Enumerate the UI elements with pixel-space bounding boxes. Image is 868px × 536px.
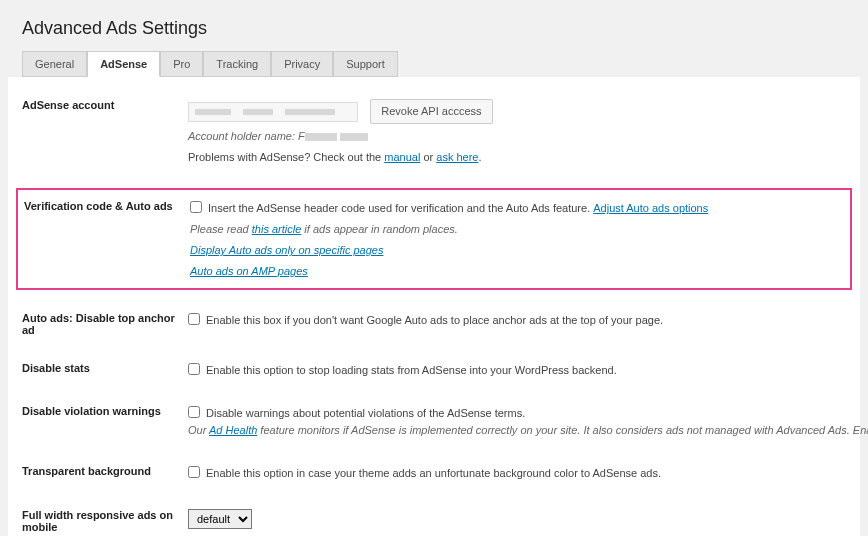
this-article-link[interactable]: this article (252, 223, 302, 235)
row-verification-auto-ads: Verification code & Auto ads Insert the … (16, 188, 852, 290)
verification-text: Insert the AdSense header code used for … (208, 200, 590, 217)
label-full-width: Full width responsive ads on mobile (22, 509, 188, 533)
tab-general[interactable]: General (22, 51, 87, 77)
tab-tracking[interactable]: Tracking (203, 51, 271, 77)
label-verification: Verification code & Auto ads (24, 200, 190, 212)
display-specific-pages-link[interactable]: Display Auto ads only on specific pages (190, 244, 383, 256)
adsense-account-id-redacted (188, 102, 358, 122)
ad-health-link[interactable]: Ad Health (209, 424, 257, 436)
account-holder-line: Account holder name: F (188, 128, 846, 145)
label-disable-violation: Disable violation warnings (22, 405, 188, 417)
label-disable-stats: Disable stats (22, 362, 188, 374)
full-width-note: Whether your responsive ad unit may expa… (188, 533, 846, 536)
settings-content: AdSense account Revoke API acccess Accou… (8, 77, 860, 536)
disable-stats-checkbox[interactable] (188, 363, 200, 375)
tab-pro[interactable]: Pro (160, 51, 203, 77)
redact-2 (340, 133, 368, 141)
violation-note-suffix: feature monitors if AdSense is implement… (257, 424, 868, 436)
transparent-bg-checkbox[interactable] (188, 466, 200, 478)
disable-stats-text: Enable this option to stop loading stats… (206, 362, 617, 379)
problems-prefix: Problems with AdSense? Check out the (188, 151, 384, 163)
row-full-width: Full width responsive ads on mobile defa… (8, 505, 860, 536)
period-text: . (478, 151, 481, 163)
redact-1 (305, 133, 337, 141)
disable-violation-checkbox[interactable] (188, 406, 200, 418)
disable-anchor-text: Enable this box if you don't want Google… (206, 312, 663, 329)
verification-note: Please read this article if ads appear i… (190, 221, 844, 238)
adjust-auto-ads-link[interactable]: Adjust Auto ads options (593, 200, 708, 217)
tab-privacy[interactable]: Privacy (271, 51, 333, 77)
disable-violation-text: Disable warnings about potential violati… (206, 405, 525, 422)
transparent-bg-text: Enable this option in case your theme ad… (206, 465, 661, 482)
row-disable-stats: Disable stats Enable this option to stop… (8, 358, 860, 401)
violation-note-prefix: Our (188, 424, 209, 436)
verification-checkbox[interactable] (190, 201, 202, 213)
problems-line: Problems with AdSense? Check out the man… (188, 149, 846, 166)
settings-tabs: General AdSense Pro Tracking Privacy Sup… (8, 51, 860, 77)
auto-ads-amp-link[interactable]: Auto ads on AMP pages (190, 265, 308, 277)
disable-anchor-checkbox[interactable] (188, 313, 200, 325)
row-adsense-account: AdSense account Revoke API acccess Accou… (8, 95, 860, 188)
label-adsense-account: AdSense account (22, 99, 188, 111)
full-width-select[interactable]: default (188, 509, 252, 529)
or-text: or (420, 151, 436, 163)
disable-violation-note: Our Ad Health feature monitors if AdSens… (188, 422, 868, 439)
tab-adsense[interactable]: AdSense (87, 51, 160, 77)
account-holder-prefix: Account holder name: F (188, 130, 305, 142)
label-transparent-bg: Transparent background (22, 465, 188, 477)
verification-note-suffix: if ads appear in random places. (301, 223, 458, 235)
verification-note-prefix: Please read (190, 223, 252, 235)
page-title: Advanced Ads Settings (8, 8, 860, 51)
tab-support[interactable]: Support (333, 51, 398, 77)
row-transparent-bg: Transparent background Enable this optio… (8, 461, 860, 504)
row-disable-anchor: Auto ads: Disable top anchor ad Enable t… (8, 308, 860, 358)
label-disable-anchor: Auto ads: Disable top anchor ad (22, 312, 188, 336)
ask-here-link[interactable]: ask here (436, 151, 478, 163)
manual-link[interactable]: manual (384, 151, 420, 163)
revoke-api-button[interactable]: Revoke API acccess (370, 99, 492, 124)
row-disable-violation: Disable violation warnings Disable warni… (8, 401, 860, 461)
